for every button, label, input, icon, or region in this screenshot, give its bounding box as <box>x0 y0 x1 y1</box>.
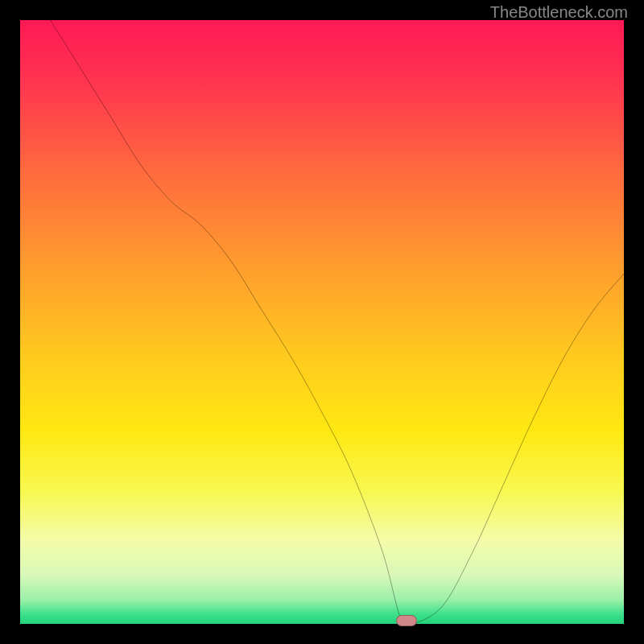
svg-rect-0 <box>20 20 624 624</box>
chart-plot <box>20 20 624 624</box>
chart-gradient-background <box>20 20 624 624</box>
watermark-text: TheBottleneck.com <box>490 3 628 22</box>
chart-marker <box>396 615 417 626</box>
